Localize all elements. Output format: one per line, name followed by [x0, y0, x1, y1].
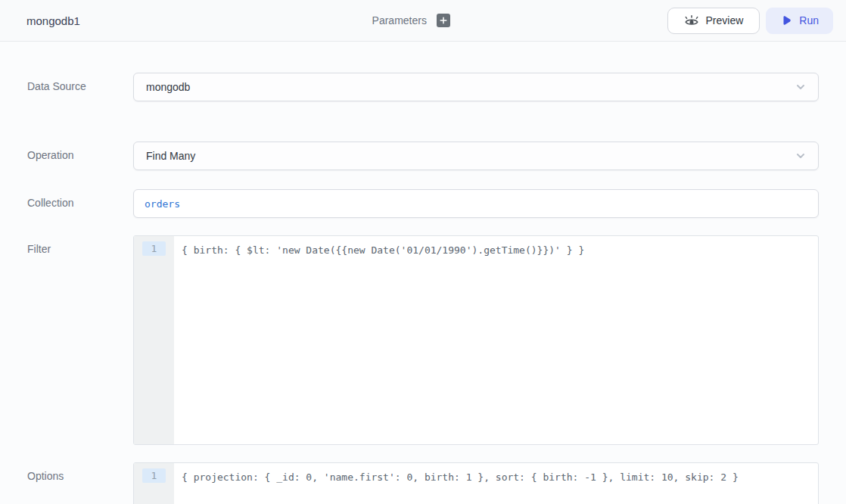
data-source-value: mongodb — [146, 81, 190, 93]
options-gutter: 1 — [134, 463, 174, 504]
line-number: 1 — [142, 241, 166, 256]
options-code-editor[interactable]: 1 { projection: { _id: 0, 'name.first': … — [133, 462, 819, 504]
filter-row: Filter 1 { birth: { $lt: 'new Date({{new… — [27, 235, 819, 445]
topbar-actions: Preview Run — [667, 8, 833, 34]
operation-label: Operation — [27, 142, 133, 161]
add-parameter-button[interactable] — [437, 14, 450, 27]
run-button[interactable]: Run — [766, 8, 833, 34]
collection-label: Collection — [27, 189, 133, 209]
filter-code-editor[interactable]: 1 { birth: { $lt: 'new Date({{new Date('… — [133, 235, 819, 445]
chevron-down-icon — [795, 81, 807, 93]
collection-value: orders — [145, 198, 180, 210]
data-source-row: Data Source mongodb — [27, 73, 819, 101]
preview-label: Preview — [706, 14, 744, 26]
filter-gutter: 1 — [134, 236, 174, 444]
operation-value: Find Many — [146, 150, 195, 162]
eye-icon — [684, 14, 699, 27]
collection-input[interactable]: orders — [133, 189, 819, 218]
query-title: mongodb1 — [26, 14, 155, 27]
play-icon — [780, 14, 792, 26]
query-editor-form: Data Source mongodb Operation Find Many — [0, 42, 846, 504]
data-source-label: Data Source — [27, 73, 133, 92]
collection-row: Collection orders — [27, 189, 819, 218]
chevron-down-icon — [795, 150, 807, 162]
operation-row: Operation Find Many — [27, 142, 819, 170]
options-code[interactable]: { projection: { _id: 0, 'name.first': 0,… — [174, 463, 818, 504]
operation-select[interactable]: Find Many — [133, 142, 819, 170]
filter-label: Filter — [27, 235, 133, 255]
data-source-select[interactable]: mongodb — [133, 73, 819, 101]
parameters-label: Parameters — [372, 14, 427, 26]
options-label: Options — [27, 462, 133, 482]
preview-button[interactable]: Preview — [667, 8, 760, 34]
line-number: 1 — [142, 468, 166, 483]
filter-code[interactable]: { birth: { $lt: 'new Date({{new Date('01… — [174, 236, 818, 444]
plus-icon — [440, 17, 447, 24]
topbar: mongodb1 Parameters Preview — [0, 0, 846, 42]
options-row: Options 1 { projection: { _id: 0, 'name.… — [27, 462, 819, 504]
parameters-section: Parameters — [155, 14, 667, 27]
run-label: Run — [799, 14, 819, 26]
